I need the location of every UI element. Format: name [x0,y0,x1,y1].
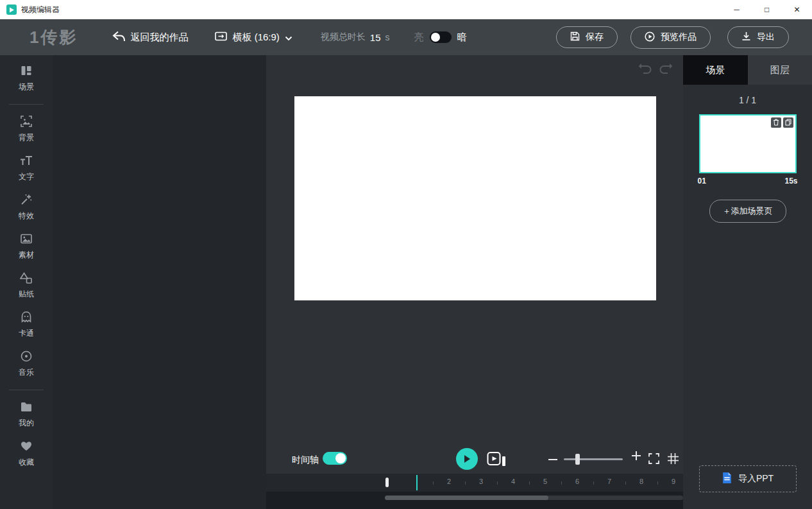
import-ppt-button[interactable]: 导入PPT [699,465,797,492]
tab-layer[interactable]: 图层 [748,55,812,85]
play-button[interactable] [456,448,478,470]
grid-snap-button[interactable] [668,453,679,466]
sidebar-item-label: 收藏 [19,457,34,468]
assets-icon [20,232,33,247]
scene-page-indicator: 1 / 1 [739,95,756,105]
preview-button[interactable]: 预览作品 [630,26,711,49]
edit-canvas[interactable] [294,96,656,300]
sidebar-item-favorites[interactable]: 收藏 [19,440,34,468]
scenes-icon [20,64,33,79]
zoom-out-button[interactable] [548,455,557,466]
timeline-scrollbar[interactable] [385,496,683,500]
ruler-number: 8 [639,478,643,485]
timeline-scrollbar-thumb[interactable] [385,496,548,500]
toolbar: 1传影 返回我的作品 横板 (16:9) 视频总时长 15 s 亮 [0,19,812,55]
sidebar-item-label: 贴纸 [19,289,34,300]
total-duration: 视频总时长 15 s [321,31,390,43]
video-editor-window: 视频编辑器 ─ □ ✕ 1传影 返回我的作品 横板 (16:9) 视频总时长 [0,0,812,509]
ruler-tick [561,481,562,485]
duration-unit: s [385,32,390,42]
sidebar-item-label: 我的 [19,418,34,429]
duration-value[interactable]: 15 [370,32,381,43]
music-icon [20,350,33,365]
duration-label: 视频总时长 [321,31,366,43]
back-label: 返回我的作品 [130,31,188,44]
play-icon [463,454,471,463]
ruler-tick [657,481,658,485]
maximize-button[interactable]: □ [752,0,782,19]
fit-screen-icon [648,456,659,466]
window-controls: ─ □ ✕ [722,0,812,19]
sidebar-item-mine[interactable]: 我的 [19,401,34,429]
zoom-slider[interactable] [564,458,623,460]
minus-icon [548,456,557,466]
ruler-number: 4 [511,478,515,485]
ruler-number: 7 [607,478,611,485]
theme-toggle[interactable] [430,31,452,43]
asset-panel [53,55,266,509]
preview-frames-button[interactable] [487,451,506,469]
sidebar-item-background[interactable]: 背景 [19,115,34,143]
sidebar-item-label: 音乐 [19,367,34,378]
zoom-slider-knob[interactable] [575,454,580,465]
preview-label: 预览作品 [661,31,697,43]
theme-toggle-group: 亮 暗 [414,31,467,44]
background-icon [20,115,33,130]
sidebar-item-text[interactable]: 文字 [19,154,34,182]
export-button[interactable]: 导出 [727,26,789,48]
scene-duration: 15s [784,177,797,185]
aspect-ratio-dropdown[interactable]: 横板 (16:9) [215,31,292,44]
canvas-region: 时间轴 [266,55,683,509]
clip-start-handle[interactable] [385,478,389,487]
ruler-tick [529,481,530,485]
window-title: 视频编辑器 [21,4,60,15]
history-controls [638,63,673,76]
duplicate-scene-button[interactable] [783,117,793,128]
redo-icon[interactable] [659,63,673,76]
scene-panel: 场景 图层 1 / 1 [683,55,812,509]
sidebar-item-effects[interactable]: 特效 [19,193,34,221]
sidebar-item-label: 素材 [19,250,34,261]
right-panel-tabs: 场景 图层 [683,55,812,85]
save-label: 保存 [586,31,604,43]
preview-frames-icon [487,460,506,469]
sidebar-item-scenes[interactable]: 场景 [19,64,34,92]
close-button[interactable]: ✕ [782,0,812,19]
play-circle-icon [645,31,655,44]
trash-icon [773,118,779,128]
zoom-in-button[interactable] [632,451,641,462]
undo-icon[interactable] [638,63,652,76]
sidebar-item-stickers[interactable]: 贴纸 [19,272,34,300]
delete-scene-button[interactable] [771,117,781,128]
timeline-ruler[interactable]: 2 3 4 5 6 7 8 9 [266,474,683,492]
sidebar-item-music[interactable]: 音乐 [19,350,34,378]
back-to-works-button[interactable]: 返回我的作品 [112,31,188,44]
ruler-tick [593,481,594,485]
chevron-down-icon [285,32,292,43]
fit-screen-button[interactable] [648,453,659,466]
effects-icon [20,193,33,208]
tab-scene[interactable]: 场景 [683,55,748,85]
ruler-tick [433,481,434,485]
add-scene-button[interactable]: ＋添加场景页 [709,200,786,223]
save-icon [570,31,580,43]
sidebar-item-assets[interactable]: 素材 [19,232,34,261]
back-arrow-icon [112,31,125,44]
scene-thumbnail[interactable] [699,114,797,173]
minimize-button[interactable]: ─ [722,0,752,19]
sidebar-item-cartoon[interactable]: 卡通 [19,311,34,339]
timeline-toggle[interactable] [323,452,347,465]
playhead[interactable] [416,475,418,490]
download-icon [741,31,751,43]
grid-icon [668,456,679,466]
sidebar-item-label: 特效 [19,211,34,221]
save-button[interactable]: 保存 [556,26,618,48]
sidebar-divider [9,104,44,105]
scene-index: 01 [698,177,706,185]
heart-icon [20,440,33,454]
ruler-tick [497,481,498,485]
ruler-tick [465,481,466,485]
timeline-toggle-knob [335,453,346,463]
export-label: 导出 [757,31,775,43]
theme-dark-label: 暗 [457,31,467,44]
